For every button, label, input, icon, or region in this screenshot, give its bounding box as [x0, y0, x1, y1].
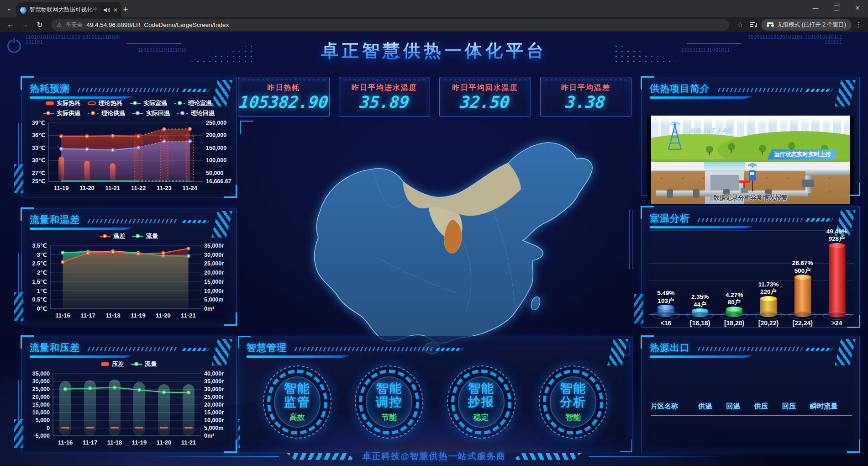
legend-item[interactable]: 流量	[131, 360, 157, 368]
bar-percent: 2.35%	[691, 293, 709, 301]
room-temp-bar[interactable]: 5.49%103户<16	[649, 228, 683, 327]
ring-name: 智能分析	[560, 381, 586, 409]
svg-text:15,000r: 15,000r	[204, 279, 224, 285]
flow-temp-chart[interactable]: 3.5℃3℃2.5℃2℃1.5℃1℃0.5℃0℃35,000r30,000r25…	[26, 241, 232, 320]
svg-text:11-21: 11-21	[105, 185, 121, 191]
room-temp-bar[interactable]: 11.73%220户[20,22)	[751, 228, 785, 327]
menu-dots-icon[interactable]: ⋮	[854, 21, 863, 29]
bar-percent: 11.73%	[758, 281, 779, 288]
bar-percent: 26.67%	[792, 259, 813, 267]
svg-text:3℃: 3℃	[37, 252, 47, 258]
bookmark-star-icon[interactable]: ☆	[735, 21, 746, 29]
tab-strip: ⌄ 智慧物联网大数据可视化平台 ✕ + — ✕	[0, 0, 868, 17]
svg-text:20,000r: 20,000r	[204, 270, 224, 276]
tab-search-chevron-icon[interactable]: ⌄	[4, 3, 15, 14]
svg-text:2℃: 2℃	[37, 270, 47, 276]
window-minimize-button[interactable]: —	[805, 0, 826, 16]
reload-button[interactable]: ↻	[34, 21, 46, 29]
map-taiwan	[530, 296, 542, 311]
bar-base-ring	[686, 311, 714, 319]
svg-text:200,000: 200,000	[206, 132, 226, 138]
dashboard: 1101010101101111010 1010111110100101101 …	[0, 32, 868, 466]
panel-project-intro: 供热项目简介 NB-IoT / 4G 运行状态实时实时上传	[641, 77, 860, 196]
incognito-label: 无痕模式 (已打开 2 个窗口)	[777, 21, 846, 29]
ring-name: 智能抄报	[468, 381, 494, 409]
dash-decoration	[805, 348, 833, 351]
svg-text:33℃: 33℃	[32, 145, 45, 151]
svg-text:40,000r: 40,000r	[204, 371, 224, 377]
room-temp-bar[interactable]: 26.67%500户[22,24)	[785, 228, 820, 327]
dash-decoration	[182, 89, 210, 92]
illustration-caption: 数据记录分析异常情况报警	[651, 194, 850, 202]
room-temp-bar[interactable]: 2.35%44户[16,18)	[683, 228, 717, 327]
legend-item[interactable]: 流量	[132, 232, 158, 240]
line-decoration	[18, 380, 22, 424]
svg-text:11-19: 11-19	[131, 312, 146, 319]
legend-item[interactable]: 实际回温	[132, 109, 170, 117]
tower-label: NB-IoT / 4G	[690, 127, 733, 134]
legend-label: 流量	[145, 360, 157, 368]
room-temp-bar[interactable]: 49.49%928户>24	[820, 228, 854, 327]
legend-item[interactable]: 理论热耗	[88, 99, 122, 107]
chart-legend: 实际热耗理论热耗实际室温理论室温实际供温理论供温实际回温理论回温	[27, 98, 231, 118]
tree	[759, 145, 766, 152]
window-restore-button[interactable]	[826, 0, 847, 16]
svg-text:11-19: 11-19	[132, 439, 147, 446]
pipe-joint	[802, 180, 814, 187]
stat-card: 昨日平均温差3.38	[540, 77, 632, 117]
restore-icon	[834, 5, 839, 11]
dash-decoration	[436, 348, 463, 351]
svg-text:25,000: 25,000	[32, 386, 50, 392]
tab-close-icon[interactable]: ✕	[113, 7, 118, 13]
svg-text:25℃: 25℃	[32, 178, 45, 185]
flow-pressure-chart[interactable]: 35,00030,00025,00020,00015,00010,0005,00…	[26, 369, 232, 447]
legend-item[interactable]: 压差	[101, 360, 124, 368]
svg-text:11-20: 11-20	[156, 312, 171, 319]
corner-bracket	[240, 121, 253, 134]
panel-title: 热源出口	[650, 341, 690, 354]
stripe-decoration	[717, 88, 803, 92]
legend-item[interactable]: 理论室温	[174, 99, 212, 107]
outlet-pipe	[805, 169, 850, 175]
intro-video[interactable]: NB-IoT / 4G 运行状态实时实时上传	[647, 116, 854, 204]
incognito-badge[interactable]: 无痕模式 (已打开 2 个窗口)	[761, 19, 852, 31]
svg-text:11-16: 11-16	[55, 312, 70, 319]
tree	[728, 143, 735, 150]
dash-decoration	[182, 220, 210, 223]
legend-item[interactable]: 实际热耗	[46, 99, 80, 107]
legend-item[interactable]: 温差	[100, 232, 125, 240]
svg-text:25,000r: 25,000r	[204, 260, 224, 267]
legend-item[interactable]: 理论回温	[177, 109, 215, 117]
iot-device-icon	[749, 170, 756, 180]
new-tab-button[interactable]: +	[120, 4, 132, 16]
legend-label: 实际回温	[146, 109, 170, 117]
media-controls-icon[interactable]	[748, 21, 758, 28]
footer-line	[142, 456, 279, 457]
browser-tab[interactable]: 智慧物联网大数据可视化平台 ✕	[16, 2, 121, 17]
legend-item[interactable]: 实际室温	[130, 99, 167, 107]
table-column-header: 回温	[726, 402, 754, 411]
china-map[interactable]	[238, 120, 631, 356]
tab-audio-speaker-icon[interactable]	[104, 7, 110, 13]
back-button[interactable]: ←	[5, 21, 16, 29]
forward-button[interactable]: →	[19, 21, 31, 29]
stat-card-label: 昨日平均进水温度	[352, 83, 417, 93]
dash-decoration	[182, 348, 210, 351]
svg-text:11-23: 11-23	[157, 185, 172, 191]
china-map-svg	[238, 120, 631, 356]
valve-body	[741, 188, 748, 193]
address-bar[interactable]: ⚠ 不安全 49.4.54.96:8898/LR_CodeDemo/LargeS…	[51, 19, 729, 31]
room-temp-bar[interactable]: 4.27%80户[18,20)	[717, 228, 752, 327]
bar-base-ring	[721, 311, 748, 319]
heat-forecast-chart[interactable]: 39℃36℃33℃30℃27℃25℃250,000200,000150,0001…	[26, 118, 232, 192]
svg-text:11-20: 11-20	[79, 185, 95, 191]
window-close-button[interactable]: ✕	[847, 0, 868, 16]
legend-item[interactable]: 实际供温	[43, 109, 80, 117]
bar-households: 103户	[657, 297, 674, 305]
table-column-header: 供压	[754, 402, 782, 411]
legend-item[interactable]: 理论供温	[88, 109, 125, 117]
svg-text:0m³: 0m³	[204, 433, 214, 439]
panel-title: 流量和温差	[30, 213, 80, 226]
favicon-water-drop-icon	[19, 5, 28, 15]
legend-label: 理论热耗	[99, 99, 122, 107]
